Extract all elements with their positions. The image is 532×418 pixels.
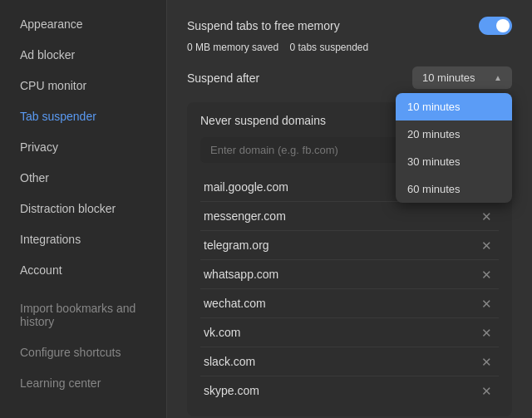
memory-saved-label: memory saved: [213, 42, 278, 53]
tabs-suspended-value: 0: [289, 42, 295, 53]
domain-item: skype.com✕: [200, 376, 499, 405]
chevron-up-icon: ▲: [494, 73, 502, 82]
remove-domain-button[interactable]: ✕: [478, 239, 495, 252]
remove-domain-button[interactable]: ✕: [478, 210, 495, 223]
suspend-tabs-row: Suspend tabs to free memory: [187, 17, 512, 35]
dropdown-menu: 10 minutes20 minutes30 minutes60 minutes: [396, 93, 512, 203]
remove-domain-button[interactable]: ✕: [478, 385, 495, 397]
sidebar-item-integrations[interactable]: Integrations: [5, 224, 161, 254]
domain-label: messenger.com: [204, 209, 286, 223]
domain-item: whatsapp.com✕: [200, 260, 499, 289]
domain-label: skype.com: [204, 384, 259, 397]
toggle-thumb: [496, 19, 510, 32]
sidebar-item-learning-center[interactable]: Learning center: [5, 368, 161, 398]
dropdown-option-30-minutes[interactable]: 30 minutes: [396, 148, 512, 175]
remove-domain-button[interactable]: ✕: [478, 268, 495, 281]
remove-domain-button[interactable]: ✕: [478, 298, 495, 310]
domain-label: mail.google.com: [204, 180, 288, 194]
domain-label: wechat.com: [204, 297, 266, 310]
domain-item: slack.com✕: [200, 347, 499, 376]
dropdown-option-60-minutes[interactable]: 60 minutes: [396, 175, 512, 203]
sidebar-item-import-bookmarks[interactable]: Import bookmarks and history: [5, 293, 161, 337]
sidebar-item-other[interactable]: Other: [5, 163, 161, 193]
suspend-after-label: Suspend after: [187, 71, 259, 85]
dropdown-option-20-minutes[interactable]: 20 minutes: [396, 120, 512, 148]
sidebar-item-appearance[interactable]: Appearance: [5, 9, 161, 39]
sidebar-item-account[interactable]: Account: [5, 255, 161, 285]
sidebar-item-tab-suspender[interactable]: Tab suspender: [5, 101, 161, 131]
suspend-tabs-label: Suspend tabs to free memory: [187, 19, 340, 32]
sidebar-item-distraction-blocker[interactable]: Distraction blocker: [5, 194, 161, 224]
domain-label: telegram.org: [204, 239, 269, 252]
remove-domain-button[interactable]: ✕: [478, 327, 495, 339]
suspend-after-row: Suspend after 10 minutes ▲ 10 minutes20 …: [187, 66, 512, 89]
domain-label: vk.com: [204, 326, 240, 339]
domain-item: messenger.com✕: [200, 202, 499, 231]
memory-saved-value: 0 MB: [187, 42, 210, 53]
sidebar-item-cpu-monitor[interactable]: CPU monitor: [5, 71, 161, 101]
domain-label: whatsapp.com: [204, 268, 278, 281]
sidebar-item-configure-shortcuts[interactable]: Configure shortcuts: [5, 337, 161, 367]
domain-label: slack.com: [204, 355, 255, 368]
domain-item: wechat.com✕: [200, 289, 499, 318]
memory-info: 0 MB memory saved 0 tabs suspended: [187, 42, 512, 53]
main-content: Suspend tabs to free memory 0 MB memory …: [166, 0, 532, 418]
remove-domain-button[interactable]: ✕: [478, 356, 495, 368]
suspend-tabs-toggle[interactable]: [479, 17, 512, 35]
tabs-suspended-label: tabs suspended: [298, 42, 368, 53]
sidebar-item-ad-blocker[interactable]: Ad blocker: [5, 40, 161, 70]
sidebar: AppearanceAd blockerCPU monitorTab suspe…: [0, 0, 166, 418]
selected-option-label: 10 minutes: [422, 71, 475, 84]
domain-item: telegram.org✕: [200, 231, 499, 260]
domain-list: mail.google.com✕messenger.com✕telegram.o…: [200, 173, 499, 405]
domain-item: vk.com✕: [200, 318, 499, 347]
suspend-after-dropdown[interactable]: 10 minutes ▲: [412, 66, 512, 89]
sidebar-item-privacy[interactable]: Privacy: [5, 132, 161, 162]
dropdown-option-10-minutes[interactable]: 10 minutes: [396, 93, 512, 120]
